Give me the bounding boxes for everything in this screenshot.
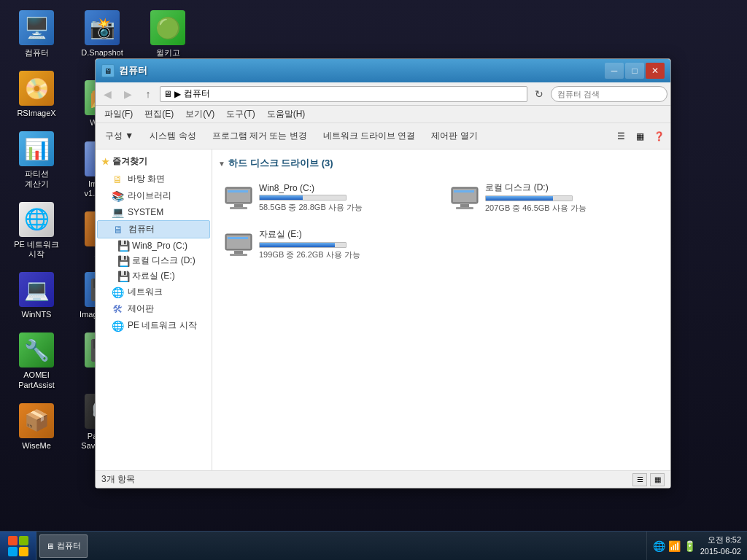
- status-view-grid[interactable]: ▦: [650, 473, 665, 486]
- taskbar-item-explorer[interactable]: 🖥 컴퓨터: [39, 534, 88, 558]
- desktop-icon-aomei[interactable]: 🔧 AOMEIPartAssist: [7, 330, 66, 392]
- address-bar: ◀ ▶ ↑ 🖥 ▶ 컴퓨터 ↻: [96, 82, 670, 106]
- start-button[interactable]: [0, 532, 36, 561]
- start-q1: [8, 536, 18, 545]
- title-controls: ─ □ ✕: [605, 63, 665, 79]
- nav-item-pe-network[interactable]: 🌐 PE 네트워크 시작: [97, 317, 210, 334]
- drive-d-icon: [450, 184, 479, 211]
- dsnapshot-icon-img: 📸: [85, 10, 120, 45]
- toolbar-network-drive[interactable]: 네트워크 드라이브 연결: [317, 126, 422, 147]
- title-left: 🖥 컴퓨터: [101, 64, 147, 77]
- tray-wifi-icon: 📶: [668, 540, 681, 552]
- forward-button[interactable]: ▶: [119, 85, 136, 103]
- desktop-icon-winnts[interactable]: 💻 WinNTS: [7, 269, 66, 322]
- svg-rect-13: [230, 254, 247, 256]
- drive-d-bar-fill: [486, 196, 553, 201]
- nav-item-control[interactable]: 🛠 제어판: [97, 300, 210, 317]
- svg-rect-14: [228, 237, 248, 239]
- drive-e-icon: [224, 231, 253, 257]
- menu-tools[interactable]: 도구(T): [220, 106, 260, 122]
- menu-file[interactable]: 파일(F): [98, 106, 139, 122]
- view-layout-button[interactable]: ▦: [631, 128, 649, 145]
- taskbar-clock[interactable]: 오전 8:52 2015-06-02: [700, 534, 741, 557]
- desktop-icon-computer[interactable]: 🖥️ 컴퓨터: [7, 7, 66, 61]
- title-bar: 🖥 컴퓨터 ─ □ ✕: [96, 59, 670, 82]
- up-button[interactable]: ↑: [139, 85, 157, 103]
- desktop-icon-welki[interactable]: 🟢 윌키고: [139, 7, 197, 61]
- start-q2: [19, 536, 28, 545]
- nav-item-desktop[interactable]: 🖥 바탕 화면: [97, 171, 210, 187]
- toolbar-view-controls: ☰ ▦ ❓: [612, 128, 667, 145]
- taskbar-tray: 🌐 📶 🔋: [653, 540, 696, 552]
- drive-e-nav-icon: 💾: [117, 271, 129, 282]
- drive-e-bar-fill: [260, 243, 335, 247]
- address-path-box[interactable]: 🖥 ▶ 컴퓨터: [160, 86, 527, 102]
- toolbar-uninstall[interactable]: 프로그램 제거 또는 변경: [206, 126, 314, 147]
- drive-e-name: 자료실 (E:): [259, 228, 433, 241]
- desktop: 🖥️ 컴퓨터 📀 RSImageX 📊 파티션계산기 🌐 PE 네트워크시작 💻…: [0, 0, 747, 560]
- minimize-button[interactable]: ─: [605, 63, 624, 79]
- tray-battery-icon: 🔋: [684, 540, 696, 552]
- search-input[interactable]: [551, 86, 667, 102]
- desktop-icon-network[interactable]: 🌐 PE 네트워크시작: [7, 199, 66, 262]
- drive-d-info: 로컬 디스크 (D:) 207GB 중 46.5GB 사용 가능: [485, 182, 659, 214]
- favorites-star: ★: [101, 157, 109, 167]
- drive-d-nav-icon: 💾: [117, 255, 129, 267]
- computer-icon-img: 🖥️: [19, 10, 54, 45]
- network-icon-img: 🌐: [19, 202, 54, 237]
- svg-rect-2: [234, 204, 243, 207]
- taskbar-time-text: 오전 8:52: [700, 534, 741, 545]
- winnts-icon-img: 💻: [19, 272, 54, 307]
- nav-panel: ★ 즐겨찾기 🖥 바탕 화면 📚 라이브러리 💻 SYSTEM 🖥: [96, 149, 212, 470]
- nav-item-computer[interactable]: 🖥 컴퓨터: [97, 220, 210, 238]
- address-text: 컴퓨터: [184, 88, 210, 100]
- aomei-icon-img: 🔧: [19, 332, 54, 368]
- drives-section-title: 하드 디스크 드라이브 (3): [228, 157, 333, 170]
- drives-section-header: ▼ 하드 디스크 드라이브 (3): [218, 155, 665, 171]
- menu-help[interactable]: 도움말(H): [261, 106, 311, 122]
- drive-d-size: 207GB 중 46.5GB 사용 가능: [485, 203, 659, 214]
- menu-edit[interactable]: 편집(E): [139, 106, 179, 122]
- start-icon: [8, 536, 28, 556]
- drive-item-e[interactable]: 자료실 (E:) 199GB 중 26.2GB 사용 가능: [218, 224, 438, 265]
- svg-rect-8: [456, 207, 473, 209]
- partition-icon-label: 파티션계산기: [25, 169, 49, 188]
- view-details-button[interactable]: ☰: [612, 128, 630, 145]
- nav-sub-d[interactable]: 💾 로컬 디스크 (D:): [97, 253, 210, 268]
- back-button[interactable]: ◀: [98, 85, 116, 103]
- view-help-button[interactable]: ❓: [650, 128, 667, 145]
- desktop-icon-partition[interactable]: 📊 파티션계산기: [7, 128, 66, 191]
- toolbar-system-props[interactable]: 시스템 속성: [143, 126, 202, 147]
- drive-item-d[interactable]: 로컬 디스크 (D:) 207GB 중 46.5GB 사용 가능: [444, 177, 665, 218]
- nav-item-network[interactable]: 🌐 네트워크: [97, 284, 210, 300]
- taskbar-item-explorer-label: 컴퓨터: [57, 540, 81, 551]
- start-q3: [8, 547, 18, 556]
- nav-sub-c[interactable]: 💾 Win8_Pro (C:): [97, 238, 210, 253]
- drive-e-bar-container: [259, 242, 347, 248]
- control-nav-icon: 🛠: [112, 303, 123, 315]
- nav-sub-e[interactable]: 💾 자료실 (E:): [97, 268, 210, 284]
- winnts-icon-label: WinNTS: [22, 310, 52, 319]
- desktop-nav-icon: 🖥: [112, 174, 123, 185]
- toolbar-organize[interactable]: 구성 ▼: [98, 126, 140, 147]
- menu-view[interactable]: 보기(V): [179, 106, 220, 122]
- maximize-button[interactable]: □: [625, 63, 644, 79]
- desktop-icon-rsimage[interactable]: 📀 RSImageX: [7, 68, 66, 121]
- favorites-section[interactable]: ★ 즐겨찾기: [96, 152, 212, 171]
- address-separator: 🖥 ▶: [163, 89, 181, 99]
- taskbar-right: 🌐 📶 🔋 오전 8:52 2015-06-02: [646, 532, 747, 560]
- drive-item-c[interactable]: Win8_Pro (C:) 58.5GB 중 28.8GB 사용 가능: [218, 177, 438, 218]
- toolbar-control-panel[interactable]: 제어판 열기: [425, 126, 484, 147]
- toolbar: 구성 ▼ 시스템 속성 프로그램 제거 또는 변경 네트워크 드라이브 연결 제…: [96, 123, 670, 149]
- drive-c-bar-fill: [260, 195, 303, 200]
- close-button[interactable]: ✕: [646, 63, 665, 79]
- drive-c-name: Win8_Pro (C:): [259, 183, 433, 193]
- refresh-button[interactable]: ↻: [530, 85, 548, 103]
- nav-item-library[interactable]: 📚 라이브러리: [97, 187, 210, 204]
- nav-c-label: Win8_Pro (C:): [132, 241, 187, 251]
- status-view-list[interactable]: ☰: [632, 473, 647, 486]
- desktop-icon-wiseme[interactable]: 📦 WiseMe: [7, 400, 66, 454]
- drive-c-size: 58.5GB 중 28.8GB 사용 가능: [259, 202, 433, 213]
- nav-control-label: 제어판: [128, 303, 154, 315]
- nav-item-system[interactable]: 💻 SYSTEM: [97, 204, 210, 220]
